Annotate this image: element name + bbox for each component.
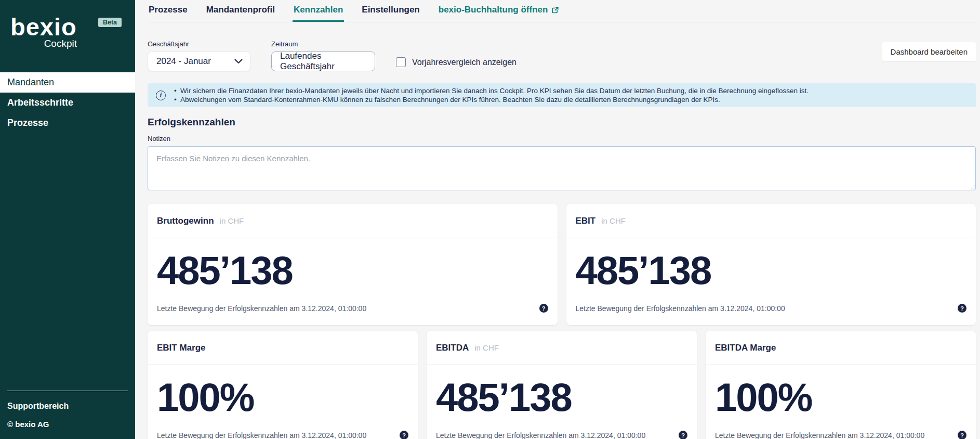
last-movement-text: Letzte Bewegung der Erfolgskennzahlen am… <box>715 431 924 439</box>
last-movement-text: Letzte Bewegung der Erfolgskennzahlen am… <box>157 431 366 439</box>
support-area-link[interactable]: Supportbereich <box>7 402 128 411</box>
period-input[interactable]: Laufendes Geschäftsjahr <box>271 51 375 71</box>
kpi-value: 100% <box>706 365 976 417</box>
main-content: Prozesse Mandantenprofil Kennzahlen Eins… <box>135 0 980 439</box>
card-footer: Letzte Bewegung der Erfolgskennzahlen am… <box>576 304 967 313</box>
info-icon: i <box>156 91 166 100</box>
sidebar-footer: Supportbereich © bexio AG <box>7 391 128 429</box>
card-title: EBITDA Marge <box>715 343 776 353</box>
banner-bullet-1: Wir sichern die Finanzdaten Ihrer bexio-… <box>173 86 809 95</box>
card-unit: in CHF <box>220 216 244 225</box>
kpi-value: 485’138 <box>566 238 976 290</box>
period-group: Zeitraum Laufendes Geschäftsjahr <box>271 40 375 71</box>
info-banner: i Wir sichern die Finanzdaten Ihrer bexi… <box>148 83 976 107</box>
previous-year-comparison-checkbox[interactable]: Vorjahresvergleich anzeigen <box>396 57 517 67</box>
kpi-value: 100% <box>148 365 418 417</box>
help-icon[interactable]: ? <box>400 431 408 439</box>
tab-bar: Prozesse Mandantenprofil Kennzahlen Eins… <box>148 0 976 22</box>
sidebar-item-mandanten[interactable]: Mandanten <box>0 72 135 93</box>
help-icon[interactable]: ? <box>679 431 687 439</box>
tab-kennzahlen[interactable]: Kennzahlen <box>293 0 344 22</box>
sidebar-item-prozesse[interactable]: Prozesse <box>0 113 135 133</box>
tab-einstellungen[interactable]: Einstellungen <box>361 0 420 22</box>
fiscal-year-label: Geschäftsjahr <box>148 40 250 48</box>
card-footer: Letzte Bewegung der Erfolgskennzahlen am… <box>157 431 408 439</box>
card-header: EBITDA Marge <box>706 331 976 365</box>
filter-row: Geschäftsjahr 2024 - Januar Zeitraum Lau… <box>148 40 976 71</box>
fiscal-year-value: 2024 - Januar <box>156 56 211 67</box>
card-title: EBIT <box>576 216 596 226</box>
sidebar-divider <box>7 391 128 391</box>
tab-mandantenprofil[interactable]: Mandantenprofil <box>205 0 276 22</box>
kpi-card-ebitda-marge: EBITDA Marge 100% Letzte Bewegung der Er… <box>706 331 976 439</box>
card-title: EBIT Marge <box>157 343 206 353</box>
bexio-cockpit-app: bexio Cockpit Beta Mandanten Arbeitsschr… <box>0 0 980 439</box>
card-header: EBITDA in CHF <box>427 331 697 365</box>
checkbox-box-icon[interactable] <box>396 57 406 67</box>
last-movement-text: Letzte Bewegung der Erfolgskennzahlen am… <box>436 431 645 439</box>
kpi-cards-row-1: Bruttogewinn in CHF 485’138 Letzte Beweg… <box>148 204 976 325</box>
card-footer: Letzte Bewegung der Erfolgskennzahlen am… <box>157 304 548 313</box>
last-movement-text: Letzte Bewegung der Erfolgskennzahlen am… <box>157 304 366 313</box>
banner-bullet-list: Wir sichern die Finanzdaten Ihrer bexio-… <box>173 86 809 104</box>
banner-bullet-2: Abweichungen vom Standard-Kontenrahmen-K… <box>173 95 809 104</box>
card-footer: Letzte Bewegung der Erfolgskennzahlen am… <box>436 431 687 439</box>
external-link-icon <box>551 6 559 14</box>
kpi-cards-row-2: EBIT Marge 100% Letzte Bewegung der Erfo… <box>148 331 976 439</box>
section-title: Erfolgskennzahlen <box>148 117 976 128</box>
card-title: Bruttogewinn <box>157 216 214 226</box>
last-movement-text: Letzte Bewegung der Erfolgskennzahlen am… <box>576 304 785 313</box>
kpi-card-ebitda: EBITDA in CHF 485’138 Letzte Bewegung de… <box>427 331 697 439</box>
card-unit: in CHF <box>601 216 626 225</box>
kpi-value: 485’138 <box>427 365 697 417</box>
tab-prozesse[interactable]: Prozesse <box>148 0 189 22</box>
external-link-label: bexio-Buchhaltung öffnen <box>439 5 548 15</box>
kpi-card-bruttogewinn: Bruttogewinn in CHF 485’138 Letzte Beweg… <box>148 204 558 325</box>
copyright-text: © bexio AG <box>7 420 128 429</box>
sidebar-nav: Mandanten Arbeitsschritte Prozesse <box>0 72 135 133</box>
card-unit: in CHF <box>474 343 499 352</box>
beta-badge: Beta <box>98 18 122 27</box>
card-footer: Letzte Bewegung der Erfolgskennzahlen am… <box>715 431 966 439</box>
help-icon[interactable]: ? <box>539 304 548 313</box>
card-header: Bruttogewinn in CHF <box>148 204 558 238</box>
kpi-card-ebit-marge: EBIT Marge 100% Letzte Bewegung der Erfo… <box>148 331 418 439</box>
notes-textarea[interactable] <box>148 146 976 190</box>
kpi-value: 485’138 <box>148 238 558 290</box>
period-label: Zeitraum <box>271 40 375 48</box>
bexio-logo: bexio Cockpit <box>10 15 77 49</box>
notes-label: Notizen <box>148 135 976 143</box>
sidebar: bexio Cockpit Beta Mandanten Arbeitsschr… <box>0 0 135 439</box>
help-icon[interactable]: ? <box>958 431 966 439</box>
sidebar-item-arbeitsschritte[interactable]: Arbeitsschritte <box>0 93 135 113</box>
fiscal-year-group: Geschäftsjahr 2024 - Januar <box>148 40 250 71</box>
logo-wordmark: bexio <box>10 15 77 39</box>
card-title: EBITDA <box>436 343 469 353</box>
open-bexio-accounting-link[interactable]: bexio-Buchhaltung öffnen <box>438 0 561 20</box>
card-header: EBIT in CHF <box>566 204 976 238</box>
checkbox-label: Vorjahresvergleich anzeigen <box>412 58 517 67</box>
fiscal-year-select[interactable]: 2024 - Januar <box>148 51 250 71</box>
chevron-down-icon <box>234 59 243 64</box>
period-value: Laufendes Geschäftsjahr <box>280 51 366 72</box>
help-icon[interactable]: ? <box>958 304 966 313</box>
edit-dashboard-button[interactable]: Dashboard bearbeiten <box>882 42 976 61</box>
card-header: EBIT Marge <box>148 331 418 365</box>
kpi-card-ebit: EBIT in CHF 485’138 Letzte Bewegung der … <box>566 204 976 325</box>
